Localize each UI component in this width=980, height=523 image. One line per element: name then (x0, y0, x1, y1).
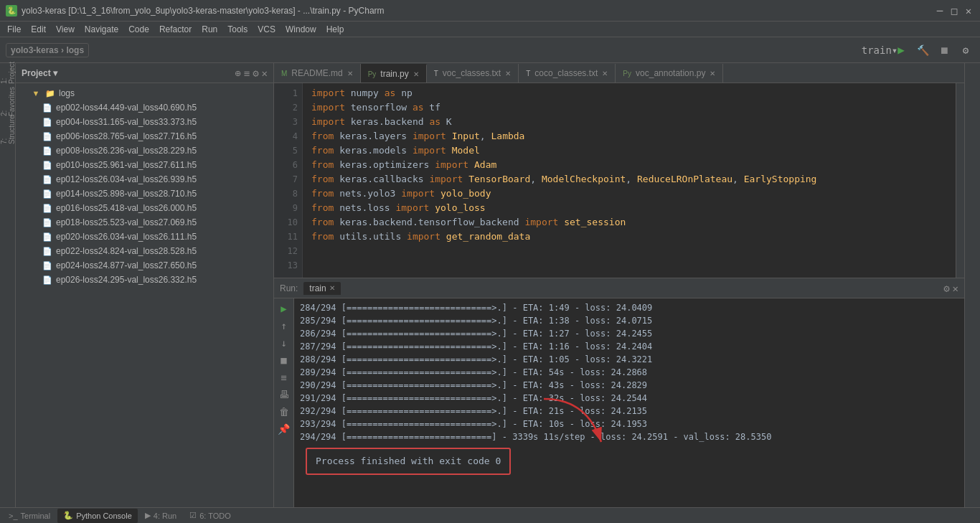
project-breadcrumb[interactable]: yolo3-keras › logs (6, 43, 89, 57)
run-output-line: 288/294 [============================>.]… (300, 353, 958, 366)
code-editor[interactable]: 12345678910111213 import numpy as npimpo… (274, 83, 964, 278)
menu-item-refactor[interactable]: Refactor (155, 23, 196, 36)
menu-item-run[interactable]: Run (197, 23, 222, 36)
settings-button[interactable]: ⚙ (253, 67, 258, 79)
editor-tab-voc_annotation[interactable]: Pyvoc_annotation.py✕ (616, 64, 723, 83)
run-scroll-up-button[interactable]: ↑ (277, 319, 291, 333)
code-content[interactable]: import numpy as npimport tensorflow as t… (303, 83, 956, 278)
run-list-button[interactable]: ≡ (277, 370, 291, 385)
close-button[interactable]: ✕ (963, 5, 974, 17)
menu-item-help[interactable]: Help (322, 23, 349, 36)
run-scroll-down-button[interactable]: ↓ (277, 336, 291, 350)
bottom-tab-todo[interactable]: ☑6: TODO (184, 509, 237, 523)
code-line: from utils.utils import get_random_data (311, 230, 947, 244)
run-tab[interactable]: train ✕ (303, 282, 340, 295)
editor-tab-readme[interactable]: MREADME.md✕ (274, 64, 361, 83)
run-play-button[interactable]: ▶ (277, 301, 291, 316)
tree-file-item[interactable]: 📄ep024-loss24.877-val_loss27.650.h5 (16, 258, 273, 273)
bottom-tab-run[interactable]: ▶4: Run (139, 509, 182, 523)
editor-tabs: MREADME.md✕Pytrain.py✕Tvoc_classes.txt✕T… (274, 63, 964, 83)
editor-tab-coco_classes[interactable]: Tcoco_classes.txt✕ (519, 64, 616, 83)
code-line: from keras.layers import Input, Lambda (311, 129, 947, 143)
file-name: ep004-loss31.165-val_loss33.373.h5 (56, 117, 197, 127)
h5-file-icon: 📄 (42, 145, 53, 156)
tree-file-item[interactable]: 📄ep022-loss24.824-val_loss28.528.h5 (16, 244, 273, 258)
code-line: import numpy as np (311, 86, 947, 100)
code-line: import keras.backend as K (311, 115, 947, 129)
line-number: 12 (274, 244, 298, 258)
menu-item-window[interactable]: Window (281, 23, 321, 36)
menu-item-navigate[interactable]: Navigate (80, 23, 123, 36)
menubar: FileEditViewNavigateCodeRefactorRunTools… (0, 22, 980, 37)
stop-button[interactable]: ⏹ (936, 42, 953, 59)
tree-file-item[interactable]: 📄ep014-loss25.898-val_loss28.710.h5 (16, 187, 273, 201)
tree-file-item[interactable]: 📄ep026-loss24.295-val_loss26.332.h5 (16, 273, 273, 287)
line-number: 4 (274, 129, 298, 143)
file-name: ep014-loss25.898-val_loss28.710.h5 (56, 189, 197, 199)
run-print-button[interactable]: 🖶 (277, 387, 291, 402)
run-content-area: ▶ ↑ ↓ ■ ≡ 🖶 🗑 📌 284/294 [===============… (274, 298, 964, 507)
settings-button[interactable]: ⚙ (957, 42, 974, 59)
run-stop-button[interactable]: ■ (277, 353, 291, 367)
tree-file-item[interactable]: 📄ep020-loss26.034-val_loss26.111.h5 (16, 230, 273, 244)
project-file-tree: ▼ 📁 logs 📄ep002-loss44.449-val_loss40.69… (16, 83, 273, 507)
run-close-button[interactable]: ✕ (953, 283, 958, 294)
tab-close-button[interactable]: ✕ (347, 70, 353, 77)
window-controls: ─ □ ✕ (934, 5, 974, 17)
tab-close-button[interactable]: ✕ (413, 70, 419, 78)
panel-close-button[interactable]: ✕ (262, 67, 268, 79)
tab-close-button[interactable]: ✕ (602, 70, 608, 77)
tree-file-item[interactable]: 📄ep010-loss25.961-val_loss27.611.h5 (16, 158, 273, 172)
collapse-button[interactable]: ≡ (244, 67, 250, 79)
tab-close-button[interactable]: ✕ (710, 70, 715, 77)
menu-item-edit[interactable]: Edit (27, 23, 50, 36)
bottom-tab-python_console[interactable]: 🐍Python Console (57, 509, 138, 523)
file-name: ep012-loss26.034-val_loss26.939.h5 (56, 174, 197, 184)
tree-file-item[interactable]: 📄ep012-loss26.034-val_loss26.939.h5 (16, 172, 273, 187)
run-clear-button[interactable]: 🗑 (277, 405, 291, 419)
code-line: from nets.yolo3 import yolo_body (311, 187, 947, 201)
minimize-button[interactable]: ─ (934, 5, 946, 17)
editor-tab-voc_classes[interactable]: Tvoc_classes.txt✕ (427, 64, 519, 83)
maximize-button[interactable]: □ (948, 5, 960, 17)
menu-item-vcs[interactable]: VCS (253, 23, 280, 36)
tree-file-item[interactable]: 📄ep004-loss31.165-val_loss33.373.h5 (16, 115, 273, 129)
tree-folder-logs[interactable]: ▼ 📁 logs (16, 86, 273, 100)
run-tab-close[interactable]: ✕ (329, 284, 335, 292)
run-pin-button[interactable]: 📌 (277, 422, 291, 436)
h5-file-icon: 📄 (42, 260, 53, 271)
tab-close-button[interactable]: ✕ (505, 70, 511, 77)
bottom-tab-label: Terminal (21, 512, 51, 520)
menu-item-file[interactable]: File (3, 23, 25, 36)
run-config-button[interactable]: train ▾ (871, 42, 888, 59)
tab-label: coco_classes.txt (534, 68, 598, 78)
tree-file-item[interactable]: 📄ep018-loss25.523-val_loss27.069.h5 (16, 215, 273, 230)
menu-item-tools[interactable]: Tools (223, 23, 252, 36)
run-output-line: 287/294 [============================>.]… (300, 340, 958, 353)
menu-item-view[interactable]: View (52, 23, 79, 36)
toolbar-left: yolo3-keras › logs (6, 43, 89, 57)
app-icon: 🐍 (6, 5, 17, 17)
tree-file-item[interactable]: 📄ep006-loss28.765-val_loss27.716.h5 (16, 129, 273, 143)
structure-sidebar-icon[interactable]: 7: Structure (1, 123, 14, 136)
locate-file-button[interactable]: ⊕ (235, 67, 240, 79)
file-name: ep002-loss44.449-val_loss40.690.h5 (56, 103, 197, 113)
run-tab-label: train (309, 283, 326, 293)
tree-file-item[interactable]: 📄ep002-loss44.449-val_loss40.690.h5 (16, 100, 273, 115)
bottom-tab-terminal[interactable]: >_Terminal (3, 509, 56, 523)
editor-scrollbar[interactable] (956, 83, 964, 278)
txt-icon: T (434, 70, 438, 77)
menu-item-code[interactable]: Code (124, 23, 154, 36)
txt-icon: T (526, 70, 530, 77)
editor-tab-train[interactable]: Pytrain.py✕ (361, 64, 427, 83)
h5-file-icon: 📄 (42, 217, 53, 228)
favorites-sidebar-icon[interactable]: 2: Favorites (1, 95, 14, 108)
project-sidebar-icon[interactable]: 1: Project (1, 66, 14, 79)
run-settings-button[interactable]: ⚙ (943, 283, 949, 294)
file-name: ep026-loss24.295-val_loss26.332.h5 (56, 275, 197, 285)
tree-file-item[interactable]: 📄ep008-loss26.236-val_loss28.229.h5 (16, 143, 273, 158)
run-button[interactable]: ▶ (892, 42, 910, 59)
line-number: 5 (274, 143, 298, 158)
build-button[interactable]: 🔨 (914, 42, 931, 59)
tree-file-item[interactable]: 📄ep016-loss25.418-val_loss26.000.h5 (16, 201, 273, 215)
